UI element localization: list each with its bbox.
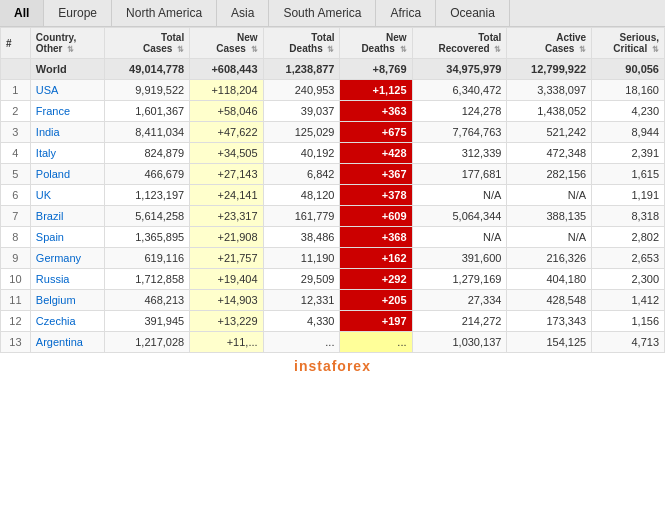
- cell-6-1[interactable]: Brazil: [30, 206, 105, 227]
- cell-4-1[interactable]: Poland: [30, 164, 105, 185]
- table-row: 2France1,601,367+58,04639,037+363124,278…: [1, 101, 665, 122]
- cell-1-4: 39,037: [263, 101, 340, 122]
- cell-3-6: 312,339: [412, 143, 507, 164]
- cell-12-8: 4,713: [592, 332, 665, 353]
- country-link[interactable]: USA: [36, 84, 59, 96]
- country-link[interactable]: Argentina: [36, 336, 83, 348]
- cell-2-2: 8,411,034: [105, 122, 190, 143]
- cell-12-2: 1,217,028: [105, 332, 190, 353]
- cell-12-6: 1,030,137: [412, 332, 507, 353]
- cell-9-3: +19,404: [190, 269, 263, 290]
- col-header-2[interactable]: TotalCases ⇅: [105, 28, 190, 59]
- world-cell-2: 49,014,778: [105, 59, 190, 80]
- country-link[interactable]: UK: [36, 189, 51, 201]
- cell-11-5: +197: [340, 311, 412, 332]
- cell-6-7: 388,135: [507, 206, 592, 227]
- col-header-8[interactable]: Serious,Critical ⇅: [592, 28, 665, 59]
- col-header-3[interactable]: NewCases ⇅: [190, 28, 263, 59]
- cell-0-1[interactable]: USA: [30, 80, 105, 101]
- cell-1-3: +58,046: [190, 101, 263, 122]
- cell-11-0: 12: [1, 311, 31, 332]
- sort-icon: ⇅: [652, 45, 659, 54]
- table-row: 7Brazil5,614,258+23,317161,779+6095,064,…: [1, 206, 665, 227]
- table-row: 8Spain1,365,895+21,90838,486+368N/AN/A2,…: [1, 227, 665, 248]
- country-link[interactable]: Italy: [36, 147, 56, 159]
- cell-5-4: 48,120: [263, 185, 340, 206]
- cell-4-6: 177,681: [412, 164, 507, 185]
- country-link[interactable]: Poland: [36, 168, 70, 180]
- cell-10-3: +14,903: [190, 290, 263, 311]
- cell-7-4: 38,486: [263, 227, 340, 248]
- country-link[interactable]: France: [36, 105, 70, 117]
- tab-south-america[interactable]: South America: [269, 0, 376, 26]
- cell-9-6: 1,279,169: [412, 269, 507, 290]
- cell-9-1[interactable]: Russia: [30, 269, 105, 290]
- col-header-5[interactable]: NewDeaths ⇅: [340, 28, 412, 59]
- cell-3-4: 40,192: [263, 143, 340, 164]
- cell-11-1[interactable]: Czechia: [30, 311, 105, 332]
- cell-0-5: +1,125: [340, 80, 412, 101]
- cell-1-7: 1,438,052: [507, 101, 592, 122]
- tab-north-america[interactable]: North America: [112, 0, 217, 26]
- tab-all[interactable]: All: [0, 0, 44, 26]
- col-header-7[interactable]: ActiveCases ⇅: [507, 28, 592, 59]
- cell-3-1[interactable]: Italy: [30, 143, 105, 164]
- cell-5-2: 1,123,197: [105, 185, 190, 206]
- cell-11-2: 391,945: [105, 311, 190, 332]
- cell-7-7: N/A: [507, 227, 592, 248]
- tab-asia[interactable]: Asia: [217, 0, 269, 26]
- cell-3-5: +428: [340, 143, 412, 164]
- country-link[interactable]: Belgium: [36, 294, 76, 306]
- cell-1-5: +363: [340, 101, 412, 122]
- cell-11-3: +13,229: [190, 311, 263, 332]
- col-header-6[interactable]: TotalRecovered ⇅: [412, 28, 507, 59]
- sort-icon: ⇅: [494, 45, 501, 54]
- tab-africa[interactable]: Africa: [376, 0, 436, 26]
- cell-11-7: 173,343: [507, 311, 592, 332]
- cell-7-0: 8: [1, 227, 31, 248]
- sort-icon: ⇅: [251, 45, 258, 54]
- cell-1-1[interactable]: France: [30, 101, 105, 122]
- country-link[interactable]: Russia: [36, 273, 70, 285]
- cell-4-4: 6,842: [263, 164, 340, 185]
- country-link[interactable]: Czechia: [36, 315, 76, 327]
- world-cell-8: 90,056: [592, 59, 665, 80]
- table-row: 10Russia1,712,858+19,40429,509+2921,279,…: [1, 269, 665, 290]
- cell-12-1[interactable]: Argentina: [30, 332, 105, 353]
- cell-0-6: 6,340,472: [412, 80, 507, 101]
- cell-10-1[interactable]: Belgium: [30, 290, 105, 311]
- cell-7-3: +21,908: [190, 227, 263, 248]
- table-row: 3India8,411,034+47,622125,029+6757,764,7…: [1, 122, 665, 143]
- country-link[interactable]: Spain: [36, 231, 64, 243]
- country-link[interactable]: India: [36, 126, 60, 138]
- cell-0-3: +118,204: [190, 80, 263, 101]
- cell-12-7: 154,125: [507, 332, 592, 353]
- cell-7-1[interactable]: Spain: [30, 227, 105, 248]
- cell-8-1[interactable]: Germany: [30, 248, 105, 269]
- cell-8-4: 11,190: [263, 248, 340, 269]
- cell-3-3: +34,505: [190, 143, 263, 164]
- cell-12-4: ...: [263, 332, 340, 353]
- cell-2-4: 125,029: [263, 122, 340, 143]
- cell-2-1[interactable]: India: [30, 122, 105, 143]
- col-header-4[interactable]: TotalDeaths ⇅: [263, 28, 340, 59]
- cell-6-5: +609: [340, 206, 412, 227]
- cell-12-0: 13: [1, 332, 31, 353]
- cell-1-0: 2: [1, 101, 31, 122]
- col-header-1[interactable]: Country,Other ⇅: [30, 28, 105, 59]
- cell-5-8: 1,191: [592, 185, 665, 206]
- cell-7-6: N/A: [412, 227, 507, 248]
- cell-7-2: 1,365,895: [105, 227, 190, 248]
- cell-8-5: +162: [340, 248, 412, 269]
- cell-3-8: 2,391: [592, 143, 665, 164]
- cell-10-0: 11: [1, 290, 31, 311]
- cell-4-5: +367: [340, 164, 412, 185]
- country-link[interactable]: Germany: [36, 252, 81, 264]
- country-link[interactable]: Brazil: [36, 210, 64, 222]
- cell-5-1[interactable]: UK: [30, 185, 105, 206]
- tab-oceania[interactable]: Oceania: [436, 0, 510, 26]
- cell-2-3: +47,622: [190, 122, 263, 143]
- cell-5-7: N/A: [507, 185, 592, 206]
- sort-icon: ⇅: [177, 45, 184, 54]
- tab-europe[interactable]: Europe: [44, 0, 112, 26]
